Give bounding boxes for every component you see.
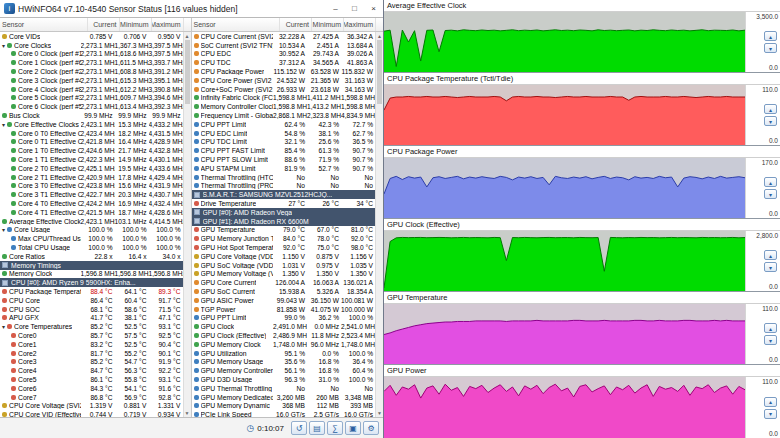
scrollbar[interactable]: ▲ ▼ xyxy=(375,32,383,417)
sensor-row[interactable]: GPU Thermal ThrottlingNoNoNo xyxy=(192,384,376,393)
sensor-row[interactable]: Core 2 T1 Effective Clock2,420.9 MHz17.8… xyxy=(0,173,183,182)
sensor-row[interactable]: Core 6 Clock (perf #5/1)2,273.1 MHz1,613… xyxy=(0,102,183,111)
sensor-row[interactable]: Core+SoC Power (SVI2 TFN)26.933 W23.618 … xyxy=(192,85,376,94)
scale-down-button[interactable]: ▾ xyxy=(764,189,777,199)
sensor-row[interactable]: GPU Memory Junction Temperature84.0 °C78… xyxy=(192,234,376,243)
sensor-row[interactable]: GPU SoC Current15.938 A5.326 A18.354 A xyxy=(192,287,376,296)
sensor-row[interactable]: Core 5 Clock (perf #3/1)2,273.1 MHz1,609… xyxy=(0,94,183,103)
sensor-row[interactable]: Core 3 Clock (perf #4/2)2,273.1 MHz1,615… xyxy=(0,76,183,85)
sensor-row[interactable]: ▾Core Usage100.0 %100.0 %100.0 % xyxy=(0,226,183,235)
scale-up-button[interactable]: ▴ xyxy=(764,104,777,114)
graph-title[interactable]: Average Effective Clock xyxy=(384,0,780,12)
column-minimum[interactable]: Minimum xyxy=(312,18,344,31)
sensor-row[interactable]: CPU PPT Limit62.4 %42.3 %72.7 % xyxy=(192,120,376,129)
sensor-row[interactable]: Infinity Fabric Clock (FCLK)1,598.8 MHz1… xyxy=(192,94,376,103)
sensor-row[interactable]: CPU Core Current (SVI2 TFN)32.228 A27.42… xyxy=(192,32,376,41)
logging-start-button[interactable]: ▤ xyxy=(309,421,325,435)
collapse-arrow-icon[interactable]: ▾ xyxy=(2,323,5,330)
sensor-row[interactable]: GPU Hot Spot Temperature92.0 °C75.0 °C98… xyxy=(192,243,376,252)
sensor-row[interactable]: Drive Temperature27 °C26 °C34 °C xyxy=(192,199,376,208)
sensor-row[interactable]: APU STAPM Limit81.9 %52.7 %90.7 % xyxy=(192,164,376,173)
scrollbar[interactable]: ▲ ▼ xyxy=(183,32,191,417)
sensor-row[interactable]: Memory Controller Clock (UCLK)1,598.8 MH… xyxy=(192,102,376,111)
sensor-row[interactable]: Max CPU/Thread Usage100.0 %100.0 %100.0 … xyxy=(0,234,183,243)
collapse-arrow-icon[interactable]: ▾ xyxy=(2,121,5,128)
scale-down-button[interactable]: ▾ xyxy=(764,116,777,126)
sensor-row[interactable]: GPU SoC Voltage (VDDCR_SOC)1.031 V0.975 … xyxy=(192,261,376,270)
sensor-row[interactable]: Core 3 T1 Effective Clock2,422.7 MHz20.3… xyxy=(0,190,183,199)
sensor-row[interactable]: CPU TDC Limit32.1 %25.6 %36.5 % xyxy=(192,138,376,147)
sensor-row[interactable]: GPU Core Current126.004 A16.063 A136.021… xyxy=(192,278,376,287)
sensor-row[interactable]: GPU Clock (Effective)2,486.9 MHz11.8 MHz… xyxy=(192,331,376,340)
sensor-row[interactable]: Core 1 Clock (perf #6/1)2,273.1 MHz1,611… xyxy=(0,58,183,67)
sensor-row[interactable]: Core786.8 °C56.9 °C92.8 °C xyxy=(0,393,183,402)
sensor-row[interactable]: Frequency Limit - Global2,868.1 MHz2,323… xyxy=(192,111,376,120)
minimize-button[interactable]: – xyxy=(326,1,345,17)
scale-down-button[interactable]: ▾ xyxy=(764,409,777,419)
sensor-row[interactable]: CPU Package Power115.152 W63.528 W115.83… xyxy=(192,67,376,76)
graph-title[interactable]: GPU Power xyxy=(384,365,780,377)
sensor-row[interactable]: Core 4 Clock (perf #8/2)2,273.1 MHz1,612… xyxy=(0,85,183,94)
sensor-row[interactable]: Core 1 T0 Effective Clock2,424.6 MHz21.7… xyxy=(0,146,183,155)
sensor-row[interactable]: Core484.7 °C56.3 °C92.2 °C xyxy=(0,366,183,375)
sensor-row[interactable]: GPU Memory Controller Utilization56.1 %1… xyxy=(192,366,376,375)
scroll-down-icon[interactable]: ▼ xyxy=(376,409,383,417)
scale-up-button[interactable]: ▴ xyxy=(764,250,777,260)
scale-up-button[interactable]: ▴ xyxy=(764,323,777,333)
sensor-row[interactable]: Memory Clock1,596.8 MHz1,596.8 MHz1,596.… xyxy=(0,270,183,279)
sensor-row[interactable]: Core 2 T0 Effective Clock2,425.1 MHz19.5… xyxy=(0,164,183,173)
sensor-row[interactable]: Core 2 Clock (perf #2/1)2,273.1 MHz1,608… xyxy=(0,67,183,76)
maximize-button[interactable]: □ xyxy=(345,1,364,17)
sensor-row[interactable]: Core684.3 °C54.1 °C91.6 °C xyxy=(0,384,183,393)
sensor-row[interactable]: Thermal Throttling (PROCHOT EXT)NoNoNo xyxy=(192,182,376,191)
column-maximum[interactable]: Maximum xyxy=(152,18,184,31)
graph-title[interactable]: CPU Package Temperature (Tctl/Tdie) xyxy=(384,73,780,85)
scrollbar-thumb[interactable] xyxy=(185,40,190,104)
column-header[interactable]: Sensor Current Minimum Maximum xyxy=(192,18,384,32)
sensor-row[interactable]: CPU EDC30.952 A29.743 A39.026 A xyxy=(192,50,376,59)
graph-title[interactable]: GPU Temperature xyxy=(384,292,780,304)
sensor-row[interactable]: CPU Core86.4 °C60.4 °C91.7 °C xyxy=(0,296,183,305)
sensor-row[interactable]: GPU Memory Usage35.6 %16.8 %36.4 % xyxy=(192,357,376,366)
sensor-row[interactable]: Core385.2 °C54.7 °C91.9 °C xyxy=(0,357,183,366)
sensor-row[interactable]: GPU D3D Usage96.3 %31.0 %100.0 % xyxy=(192,375,376,384)
scale-up-button[interactable]: ▴ xyxy=(764,397,777,407)
sensor-row[interactable]: CPU Core Power (SVI2 TFN)24.532 W21.365 … xyxy=(192,76,376,85)
sensor-row[interactable]: APU GFX41.7 °C38.1 °C47.1 °C xyxy=(0,314,183,323)
sensor-row[interactable]: SoC Current (SVI2 TFN)10.534 A2.451 A13.… xyxy=(192,41,376,50)
column-current[interactable]: Current xyxy=(88,18,120,31)
sensor-row[interactable]: Total CPU Usage100.0 %100.0 %100.0 % xyxy=(0,243,183,252)
scale-up-button[interactable]: ▴ xyxy=(764,177,777,187)
sensor-row[interactable]: CPU EDC Limit54.8 %38.1 %62.7 % xyxy=(192,129,376,138)
scale-up-button[interactable]: ▴ xyxy=(764,31,777,41)
sensor-row[interactable]: GPU PPT Limit99.0 %36.2 %100.0 % xyxy=(192,314,376,323)
sensor-row[interactable]: Thermal Throttling (HTC)NoNoNo xyxy=(192,173,376,182)
sensor-row[interactable]: GPU Clock2,491.0 MHz0.0 MHz2,541.0 MHz xyxy=(192,322,376,331)
scrollbar-thumb[interactable] xyxy=(377,40,382,104)
sensor-row[interactable]: Core 1 T1 Effective Clock2,422.3 MHz14.9… xyxy=(0,155,183,164)
section-header[interactable]: Memory Timings xyxy=(0,261,183,270)
column-sensor[interactable]: Sensor xyxy=(0,18,88,31)
summary-button[interactable]: ∑ xyxy=(327,421,343,435)
sensor-row[interactable]: CPU PPT SLOW Limit88.6 %71.9 %90.7 % xyxy=(192,155,376,164)
sensor-row[interactable]: CPU Package Temperature (Tctl/Tdie)88.4 … xyxy=(0,287,183,296)
scale-down-button[interactable]: ▾ xyxy=(764,335,777,345)
section-header[interactable]: S.M.A.R.T.: SAMSUNG MZVL2512HCJQ... xyxy=(192,190,376,199)
reset-values-button[interactable]: ↺ xyxy=(291,421,307,435)
column-minimum[interactable]: Minimum xyxy=(120,18,152,31)
sensor-row[interactable]: CPU TDC37.312 A34.565 A41.863 A xyxy=(192,58,376,67)
scroll-down-icon[interactable]: ▼ xyxy=(184,409,191,417)
sensor-row[interactable]: Core 0 T1 Effective Clock2,421.8 MHz16.4… xyxy=(0,138,183,147)
sensor-row[interactable]: TGP Power81.858 W41.075 W100.000 W xyxy=(192,305,376,314)
sensor-row[interactable]: Core281.7 °C55.2 °C90.1 °C xyxy=(0,349,183,358)
sensor-row[interactable]: ▾Core Clocks2,273.1 MHz1,367.3 MHz3,397.… xyxy=(0,41,183,50)
sensor-row[interactable]: Core 0 Clock (perf #1/2)2,273.1 MHz1,618… xyxy=(0,50,183,59)
close-button[interactable]: × xyxy=(364,1,383,17)
sensor-row[interactable]: GPU Memory Voltage (VDDIO)1.350 V1.350 V… xyxy=(192,270,376,279)
sensor-row[interactable]: Core 4 T1 Effective Clock2,421.5 MHz18.7… xyxy=(0,208,183,217)
sensor-row[interactable]: Core586.1 °C55.8 °C93.1 °C xyxy=(0,375,183,384)
sensor-row[interactable]: GPU Memory Dedicated3,260 MB260 MB3,348 … xyxy=(192,393,376,402)
sensor-row[interactable]: GPU Memory Clock1,748.0 MHz96.0 MHz1,748… xyxy=(192,340,376,349)
sensor-row[interactable]: PCIe Link Speed16.0 GT/s2.5 GT/s16.0 GT/… xyxy=(192,410,376,417)
sensor-row[interactable]: Core Ratios22.8 x16.4 x34.0 x xyxy=(0,252,183,261)
